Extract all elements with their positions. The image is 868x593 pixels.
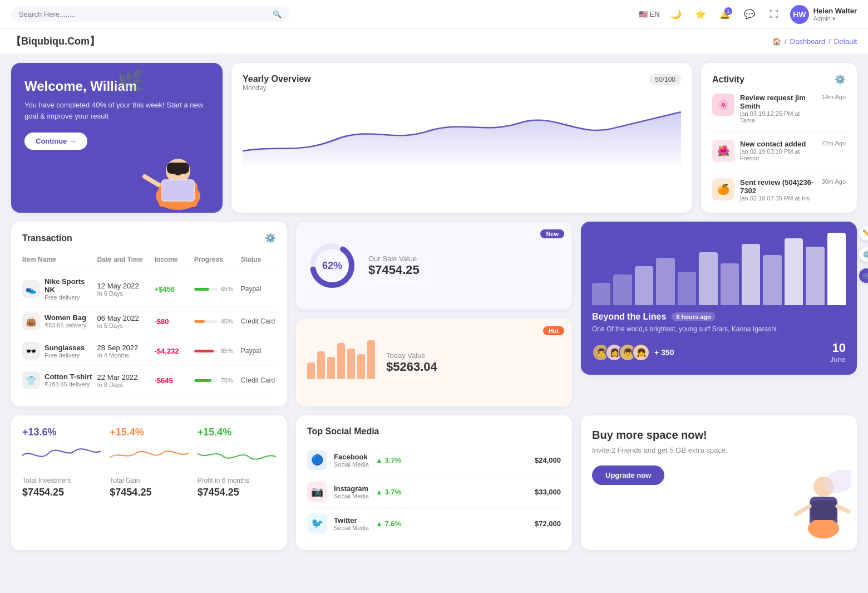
new-badge: New: [540, 229, 564, 238]
dark-mode-toggle[interactable]: 🌙: [668, 6, 684, 23]
transaction-card: Transaction ⚙️ Item Name Date and Time I…: [11, 222, 287, 406]
brand-logo[interactable]: 【Biqubiqu.Com】: [11, 35, 100, 48]
yearly-badge: 50/100: [649, 74, 681, 85]
col-date: Date and Time: [97, 256, 150, 263]
beyond-date-month: June: [830, 355, 846, 364]
beyond-avatar-4: 👧: [632, 344, 650, 361]
messages-icon[interactable]: 💬: [741, 6, 758, 23]
social-item-1: 📷 Instagram Social Media ▲ 3.7% $33,000: [307, 476, 561, 508]
beyond-bar-chart: [592, 233, 846, 305]
buy-content: Buy more space now! Invite 2 Friends and…: [592, 429, 744, 485]
row-3: +13.6% Total Investment $7454.25 +15.4% …: [11, 415, 857, 550]
user-menu[interactable]: HW Helen Walter Admin ▾: [790, 5, 857, 24]
fullscreen-icon[interactable]: ⛶: [766, 6, 782, 23]
side-edit-icon[interactable]: ✏️: [859, 226, 868, 241]
beyond-plus-count: + 350: [654, 348, 674, 357]
sale-value-num: $7454.25: [368, 263, 420, 277]
social-val-0: $24,000: [535, 456, 561, 464]
social-val-2: $72,000: [535, 520, 561, 528]
social-icon-1: 📷: [307, 482, 327, 502]
activity-time-0: 14m Ago: [822, 94, 846, 100]
activity-avatar-2: 🍊: [712, 178, 734, 200]
activity-item-0: 🌸 Review request jim Smith jan 03 19 12:…: [712, 94, 846, 132]
star-icon[interactable]: ⭐: [692, 6, 709, 23]
value-column: New 62% Our Sale Value $7454.25 Hot: [296, 222, 572, 406]
breadcrumb-dashboard[interactable]: Dashboard: [790, 37, 826, 46]
avatar-stack: 👨 👩 👦 👧: [592, 344, 650, 361]
col-status: Status: [241, 256, 276, 263]
donut-chart: 62%: [307, 241, 357, 291]
flag-icon: 🇺🇸: [639, 10, 648, 18]
side-cart-icon[interactable]: 🛒: [859, 268, 868, 283]
activity-avatar-0: 🌸: [712, 94, 734, 116]
today-value-card: Hot Today Value $5263.04: [296, 318, 572, 406]
transaction-settings-icon[interactable]: ⚙️: [265, 233, 276, 243]
stat-wave-2: [198, 442, 276, 469]
col-income: Income: [154, 256, 189, 263]
row-1: 🌿 Welcome, William You have completed 40…: [11, 63, 857, 213]
beyond-date: 10 June: [830, 341, 846, 364]
search-bar[interactable]: 🔍: [11, 7, 289, 22]
user-name-label: Helen Walter: [813, 7, 857, 15]
social-val-1: $33,000: [535, 488, 561, 496]
stat-wave-1: [110, 442, 188, 469]
language-selector[interactable]: 🇺🇸 EN: [639, 10, 660, 18]
user-details: Helen Walter Admin ▾: [813, 7, 857, 22]
notifications-bell[interactable]: 🔔 1: [717, 6, 733, 23]
social-name-0: Facebook: [334, 453, 369, 461]
sale-info: Our Sale Value $7454.25: [368, 254, 420, 277]
social-media-card: Top Social Media 🔵 Facebook Social Media…: [296, 415, 572, 550]
table-row: 👜 Women Bag ₹83.65 delivery 06 May 2022 …: [22, 307, 276, 336]
social-sub-2: Social Media: [334, 525, 369, 531]
today-bar-chart: [307, 346, 375, 379]
activity-header: Activity ⚙️: [712, 74, 846, 85]
yearly-subtitle: Monday: [243, 84, 311, 92]
user-role-label: Admin ▾: [813, 15, 857, 22]
continue-button[interactable]: Continue →: [24, 133, 87, 150]
table-header: Item Name Date and Time Income Progress …: [22, 251, 276, 268]
social-sub-1: Social Media: [334, 493, 369, 499]
activity-avatar-1: 🌺: [712, 140, 734, 162]
social-name-2: Twitter: [334, 516, 369, 525]
activity-title-1: New contact added: [740, 140, 816, 148]
upgrade-button[interactable]: Upgrade now: [592, 465, 664, 485]
social-text-1: Instagram Social Media: [334, 484, 369, 499]
activity-time-1: 22m Ago: [822, 140, 846, 146]
stat-item-2: +15.4% Profit in 6 months $7454.25: [198, 427, 276, 539]
yearly-overview-card: Yearly Overview Monday 50/100: [231, 63, 692, 213]
activity-settings-icon[interactable]: ⚙️: [835, 74, 846, 85]
main-content: 🌿 Welcome, William You have completed 40…: [0, 54, 868, 559]
sale-value-card: New 62% Our Sale Value $7454.25: [296, 222, 572, 310]
beyond-card: Beyond the Lines 6 hours ago One Of the …: [581, 222, 857, 375]
table-row: 🕶️ Sunglasses Free delivery 28 Sep 2022 …: [22, 336, 276, 366]
home-icon[interactable]: 🏠: [772, 37, 781, 46]
svg-point-12: [808, 518, 839, 538]
table-row: 👕 Cotton T-shirt ₹283.65 delivery 22 Mar…: [22, 366, 276, 395]
social-icon-0: 🔵: [307, 450, 327, 470]
social-icon-2: 🐦: [307, 513, 327, 533]
stat-item-1: +15.4% Total Gain $7454.25: [110, 427, 188, 539]
stats-group: +13.6% Total Investment $7454.25 +15.4% …: [11, 415, 287, 550]
search-input[interactable]: [19, 10, 268, 18]
social-pct-2: ▲ 7.6%: [376, 520, 401, 528]
side-settings-icon[interactable]: ⚙️: [859, 247, 868, 262]
social-pct-0: ▲ 3.7%: [376, 456, 401, 464]
activity-time-2: 30m Ago: [822, 178, 846, 185]
yearly-header: Yearly Overview Monday 50/100: [243, 74, 681, 99]
social-name-1: Instagram: [334, 484, 369, 493]
activity-title: Activity: [712, 75, 744, 85]
social-title: Top Social Media: [307, 427, 561, 437]
transaction-rows: 👟 Nike Sports NK Free delivery 12 May 20…: [22, 272, 276, 395]
buy-space-card: Buy more space now! Invite 2 Friends and…: [581, 415, 857, 550]
col-progress: Progress: [194, 256, 236, 263]
nav-right: 🇺🇸 EN 🌙 ⭐ 🔔 1 💬 ⛶ HW Helen Walter Admin …: [639, 5, 857, 24]
beyond-wrapper: Beyond the Lines 6 hours ago One Of the …: [581, 222, 857, 406]
side-icons: ✏️ ⚙️ 🛒: [859, 222, 868, 287]
social-text-2: Twitter Social Media: [334, 516, 369, 531]
top-nav: 🔍 🇺🇸 EN 🌙 ⭐ 🔔 1 💬 ⛶ HW Helen Walter Admi…: [0, 0, 868, 29]
today-info: Today Value $5263.04: [386, 351, 437, 374]
activity-title-2: Sent review (504)236-7302: [740, 178, 816, 195]
table-row: 👟 Nike Sports NK Free delivery 12 May 20…: [22, 272, 276, 307]
activity-sub-0: jan 03 19 12:25 PM at Tame: [740, 110, 816, 124]
activity-text-0: Review request jim Smith jan 03 19 12:25…: [740, 94, 816, 124]
